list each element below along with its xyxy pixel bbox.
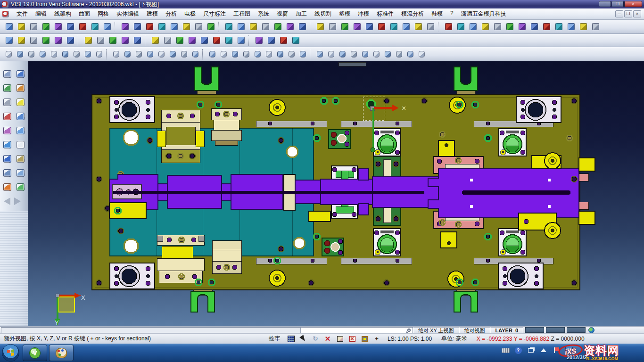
solid-edit-icon[interactable] bbox=[336, 335, 344, 343]
toolbar3-icon-34[interactable] bbox=[405, 49, 415, 59]
toolbar2-icon-8[interactable] bbox=[107, 35, 118, 46]
toolbar2-icon-7[interactable] bbox=[95, 35, 106, 46]
title-bar[interactable]: VISI 19.0 from Vero Software - 201203020… bbox=[0, 0, 644, 8]
toolbar1-icon-20[interactable] bbox=[260, 21, 271, 33]
close-button[interactable]: × bbox=[624, 1, 642, 7]
slider-unit-top-left[interactable] bbox=[157, 110, 204, 163]
cancel-icon[interactable]: ✕ bbox=[323, 335, 332, 343]
toolbar3-icon-30[interactable] bbox=[360, 49, 370, 59]
retainer-card-top[interactable] bbox=[329, 130, 350, 148]
start-button[interactable] bbox=[2, 344, 19, 362]
toolbar1-icon-6[interactable] bbox=[77, 21, 88, 33]
toolbar3-icon-18[interactable] bbox=[218, 49, 229, 59]
mdi-restore-button[interactable]: ❐ bbox=[624, 10, 632, 17]
keyboard-icon[interactable] bbox=[501, 346, 510, 354]
menu-item-12[interactable]: 视窗 bbox=[273, 8, 292, 19]
toolbar1-icon-34[interactable] bbox=[443, 21, 454, 33]
toolbar3-icon-35[interactable] bbox=[416, 49, 427, 59]
grid-snap-icon[interactable] bbox=[287, 335, 295, 343]
action-center-flag-icon[interactable] bbox=[552, 346, 561, 354]
toolbar3-icon-27[interactable] bbox=[326, 49, 336, 59]
back-arrow-icon[interactable] bbox=[4, 197, 10, 205]
toolbar3-icon-24[interactable] bbox=[286, 49, 297, 59]
toolbar3-icon-20[interactable] bbox=[241, 49, 251, 59]
toolbar1-icon-39[interactable] bbox=[504, 21, 515, 33]
toolbar1-icon-4[interactable] bbox=[52, 21, 64, 33]
toolbar3-icon-17[interactable] bbox=[207, 49, 217, 59]
toolbar1-icon-37[interactable] bbox=[479, 21, 491, 33]
globe-icon[interactable] bbox=[588, 327, 594, 333]
toolbar1-icon-35[interactable] bbox=[455, 21, 466, 33]
cursor-select-icon[interactable] bbox=[299, 335, 307, 343]
layer-paint-icon[interactable] bbox=[1, 124, 13, 136]
slider-unit-top-mid[interactable] bbox=[211, 108, 241, 145]
toolbar3-icon-29[interactable] bbox=[348, 49, 359, 59]
color-swatch-button-2[interactable] bbox=[546, 327, 565, 333]
toolbar1-icon-12[interactable] bbox=[156, 21, 167, 33]
toolbar1-icon-27[interactable] bbox=[351, 21, 363, 33]
menu-item-11[interactable]: 系统 bbox=[254, 8, 273, 19]
toolbar1-icon-29[interactable] bbox=[376, 21, 387, 33]
lifting-hook-bottom-left[interactable] bbox=[191, 289, 215, 312]
toolbar3-icon-23[interactable] bbox=[275, 49, 285, 59]
toolbar1-icon-13[interactable] bbox=[168, 21, 180, 33]
toolbar3-icon-4[interactable] bbox=[49, 49, 59, 59]
toolbar1-icon-0[interactable] bbox=[3, 21, 15, 33]
toolbar2-icon-13[interactable] bbox=[174, 35, 185, 46]
toolbar3-icon-0[interactable] bbox=[3, 49, 14, 59]
cad-viewport[interactable]: × X Y bbox=[28, 61, 644, 326]
lifting-hook-bottom-right[interactable] bbox=[454, 289, 478, 312]
maximize-button[interactable]: ❐ bbox=[611, 1, 624, 7]
delete-trash-icon[interactable] bbox=[1, 167, 13, 179]
toolbar2-icon-15[interactable] bbox=[198, 35, 210, 46]
guide-bushing-plate-bottom-left[interactable] bbox=[110, 263, 155, 289]
toolbar3-icon-2[interactable] bbox=[26, 49, 36, 59]
toolbar1-icon-25[interactable] bbox=[327, 21, 338, 33]
menu-item-5[interactable]: 实体编辑 bbox=[113, 8, 143, 19]
toolbar1-icon-18[interactable] bbox=[235, 21, 247, 33]
toolbar1-icon-22[interactable] bbox=[284, 21, 296, 33]
menu-item-19[interactable]: 鞋模 bbox=[428, 8, 446, 19]
toolbar1-icon-7[interactable] bbox=[89, 21, 100, 33]
sketch-pen-icon[interactable] bbox=[14, 82, 26, 94]
toolbar1-icon-30[interactable] bbox=[388, 21, 399, 33]
lock-label[interactable]: 拴牢 bbox=[264, 335, 285, 343]
toolbar1-icon-46[interactable] bbox=[590, 21, 601, 33]
toolbar3-icon-6[interactable] bbox=[71, 49, 82, 59]
toolbar2-icon-12[interactable] bbox=[162, 35, 173, 46]
tray-expand-icon[interactable] bbox=[539, 346, 548, 354]
toolbar1-icon-31[interactable] bbox=[400, 21, 412, 33]
toolbar3-icon-9[interactable] bbox=[111, 49, 121, 59]
toolbar2-icon-2[interactable] bbox=[28, 35, 39, 46]
toolbar3-icon-7[interactable] bbox=[83, 49, 93, 59]
toolbar2-icon-14[interactable] bbox=[186, 35, 198, 46]
menu-item-20[interactable]: ? bbox=[446, 8, 457, 19]
refresh-view-icon[interactable] bbox=[1, 139, 13, 150]
mdi-minimize-button[interactable]: ─ bbox=[615, 10, 623, 17]
refresh-icon[interactable]: ↻ bbox=[311, 335, 320, 343]
profile-extract-icon[interactable] bbox=[14, 96, 26, 108]
toolbar1-icon-36[interactable] bbox=[467, 21, 479, 33]
toolbar1-icon-43[interactable] bbox=[553, 21, 564, 33]
menu-item-13[interactable]: 加工 bbox=[292, 8, 311, 19]
retainer-card-bottom[interactable] bbox=[322, 238, 344, 256]
menu-item-10[interactable]: 工程图 bbox=[230, 8, 254, 19]
toolbar1-icon-9[interactable] bbox=[119, 21, 131, 33]
toolbar3-icon-3[interactable] bbox=[37, 49, 48, 59]
window-tile-icon[interactable] bbox=[14, 124, 26, 136]
mold-top-view-drawing[interactable]: × X Y bbox=[28, 61, 644, 326]
view-mode-cell[interactable]: 绝对 XY 上视图 bbox=[413, 327, 459, 333]
menu-item-3[interactable]: 曲面 bbox=[75, 8, 94, 19]
toolbar3-icon-26[interactable] bbox=[314, 49, 325, 59]
color-swatch-button-1[interactable] bbox=[525, 327, 544, 333]
help-tray-icon[interactable]: ? bbox=[514, 346, 522, 354]
slider-unit-bottom-left[interactable] bbox=[157, 235, 204, 283]
toolbar3-icon-33[interactable] bbox=[394, 49, 404, 59]
toolbar2-icon-4[interactable] bbox=[52, 35, 64, 46]
toolbar3-icon-10[interactable] bbox=[122, 49, 132, 59]
toolbar1-icon-17[interactable] bbox=[223, 21, 234, 33]
mdi-close-button[interactable]: × bbox=[633, 10, 641, 17]
lifting-hook-top-left[interactable] bbox=[195, 67, 218, 95]
toolbar1-icon-21[interactable] bbox=[272, 21, 283, 33]
toolbar3-icon-28[interactable] bbox=[337, 49, 347, 59]
